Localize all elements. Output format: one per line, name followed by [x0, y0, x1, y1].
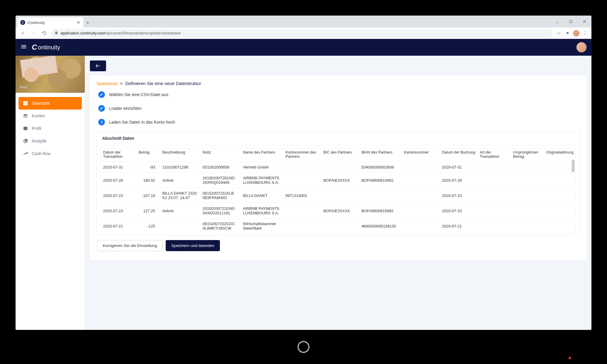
user-avatar[interactable]: [576, 42, 587, 52]
cell-bic: BOFAIE3XXXX: [322, 173, 360, 188]
step-label: Loader einrichten: [109, 106, 141, 111]
cell-desc: BILLA DANKT 2320 K2 23.07. 14:47: [161, 188, 201, 203]
sidebar-item-trend[interactable]: Cash-flow: [19, 147, 82, 160]
cell-amount: -125: [137, 219, 161, 234]
cell-date: 2020-07-31: [101, 162, 137, 173]
breadcrumb: Sparkasse > Definieren Sie eine neue Dat…: [96, 81, 580, 86]
table-scrollbar[interactable]: [571, 159, 576, 233]
section-title: Abschnitt Daten: [97, 132, 580, 145]
bookmark-star-icon[interactable]: ☆: [555, 30, 562, 37]
profile-avatar-icon[interactable]: [573, 30, 579, 37]
app-header: Continuity: [16, 39, 591, 56]
loading-spinner-icon: [298, 341, 309, 353]
cell-iban: [360, 188, 402, 203]
table-row: 2020-07-28160.02Airbnb201002007282AEI 26…: [101, 173, 575, 188]
column-header: Name des Partners: [241, 148, 284, 162]
column-header: Kontonummer des Partners: [284, 148, 322, 162]
cell-partner: AIRBNB PAYMENTS LUXEMBOURG S.A.: [241, 203, 284, 219]
cell-desc: Airbnb: [161, 203, 201, 219]
column-header: Beschreibung: [161, 148, 201, 162]
cell-note: 0D1002005659: [201, 162, 241, 173]
sidebar-item-bank[interactable]: Konten: [19, 110, 82, 122]
nav-reload-button[interactable]: [40, 29, 49, 37]
table-row: 2020-07-21-12508152007202CDC 0L8MKTU8SCW…: [101, 219, 575, 234]
recording-indicator-icon: [569, 357, 571, 359]
sidebar-item-label: Profil: [32, 126, 41, 131]
cell-iban: 4600000000159130: [360, 219, 402, 234]
cell-card: [402, 173, 440, 188]
url-field[interactable]: application.continuity.cash/accounts/5/t…: [51, 29, 552, 37]
profile-icon: [23, 126, 28, 131]
cell-acct: [284, 203, 322, 219]
cell-book: 2020-07-28: [440, 173, 478, 188]
cell-card: [402, 188, 440, 203]
sidebar-item-profile[interactable]: Profil: [19, 122, 82, 135]
cell-note: 08152007202CDC 0L8MKTU8SCW: [201, 219, 241, 234]
address-bar: application.continuity.cash/accounts/5/t…: [16, 28, 591, 39]
cell-amount: 127.25: [137, 203, 161, 219]
close-tab-icon[interactable]: ✕: [77, 20, 80, 25]
correct-settings-button[interactable]: Korrigieren Sie die Einstellung: [97, 240, 163, 251]
cell-acct: 9971314001: [284, 188, 322, 203]
close-window-button[interactable]: [578, 16, 591, 28]
bank-icon: [23, 113, 28, 119]
browser-tab[interactable]: C Continuity ✕: [17, 17, 83, 28]
sidebar-item-label: Cash-flow: [32, 151, 50, 156]
cell-bic: BOFAIE3XXXX: [322, 203, 360, 219]
cell-iban: 534000000002609: [360, 162, 402, 173]
cell-card: [402, 162, 440, 173]
cell-amount: -107.18: [137, 188, 161, 203]
column-header: IBAN des Partners: [360, 148, 402, 162]
table-row: 2020-07-23-107.18BILLA DANKT 2320 K2 23.…: [101, 188, 575, 203]
browser-menu-button[interactable]: ⋮: [581, 30, 588, 37]
step-1: Wählen Sie eine CSV-Datei aus: [98, 91, 580, 98]
extensions-icon[interactable]: ✦: [564, 30, 571, 37]
trend-icon: [23, 151, 28, 156]
cell-card: [402, 203, 440, 219]
column-header: Datum der Transaktion: [101, 148, 137, 162]
sidebar-item-label: Analytik: [32, 139, 46, 143]
nav-forward-button[interactable]: [29, 29, 38, 37]
sidebar: Feri ÜbersichtKontenProfilAnalytikCash-f…: [16, 56, 85, 330]
sidebar-item-label: Übersicht: [32, 101, 49, 106]
cell-bic: [322, 188, 360, 203]
table-row: 2020-07-31-932101000712860D1002005659Ver…: [101, 162, 575, 173]
sidebar-username: Feri: [20, 85, 28, 90]
cell-amount: -93: [137, 162, 161, 173]
new-tab-button[interactable]: ＋: [83, 17, 92, 28]
cell-amount: 160.02: [137, 173, 161, 188]
step-2: Loader einrichten: [98, 105, 580, 112]
minimize-window-button[interactable]: [550, 16, 564, 28]
maximize-window-button[interactable]: [564, 16, 578, 28]
sidebar-item-dashboard[interactable]: Übersicht: [19, 97, 82, 110]
cell-card: [402, 219, 440, 234]
table-row: 2020-07-23127.25Airbnb201002007232AEI 54…: [101, 203, 575, 219]
cell-partner: AIRBNB PAYMENTS LUXEMBOURG S.A.: [241, 173, 284, 188]
cell-iban: BOFA9900615692: [360, 173, 402, 188]
column-header: Datum der Buchung: [440, 148, 478, 162]
cell-partner: BILLA DANKT: [241, 188, 284, 203]
cell-acct: [284, 162, 322, 173]
cell-date: 2020-07-28: [101, 173, 137, 188]
tab-strip: C Continuity ✕ ＋: [16, 16, 591, 28]
nav-back-button[interactable]: [19, 29, 27, 37]
cell-date: 2020-07-23: [101, 188, 137, 203]
save-and-exit-button[interactable]: Speichern und beenden: [166, 240, 220, 251]
column-header: Kartennummer: [402, 148, 440, 162]
step-label: Laden Sie Daten in das Konto hoch: [109, 120, 175, 125]
sidebar-hero: Feri: [16, 56, 85, 93]
url-host: application.continuity.cash/accounts/5/t…: [61, 31, 181, 35]
breadcrumb-bank[interactable]: Sparkasse: [96, 81, 118, 86]
cell-book: 2020-07-23: [440, 188, 478, 203]
cell-note: 201002007282AEI 26XRIQ019445: [201, 173, 241, 188]
menu-button[interactable]: [20, 43, 27, 51]
cell-desc: 210100071286: [161, 162, 201, 173]
cell-partner: Vertrieb GmbH: [241, 162, 284, 173]
column-header: Betrag: [137, 148, 161, 162]
back-button[interactable]: [90, 60, 106, 71]
breadcrumb-current: Definieren Sie eine neue Dateistruktur: [125, 81, 201, 86]
cell-bic: [322, 219, 360, 234]
sidebar-item-pie[interactable]: Analytik: [19, 135, 82, 147]
column-header: Ursprünglichen Betrag: [511, 148, 544, 162]
tab-title: Continuity: [28, 20, 45, 25]
